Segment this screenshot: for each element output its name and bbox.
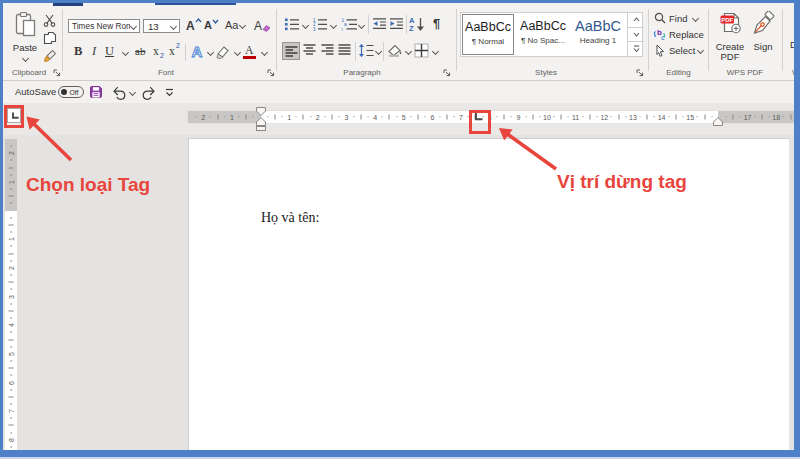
styles-dialog-launcher[interactable] [636, 69, 644, 77]
numbering-dropdown-icon[interactable] [330, 22, 337, 29]
right-indent-marker[interactable] [713, 117, 723, 126]
copy-button[interactable] [43, 31, 58, 45]
grow-font-button[interactable]: A [186, 17, 202, 33]
style-item-heading1[interactable]: AaBbC Heading 1 [572, 14, 624, 55]
styles-scroll-down[interactable] [628, 28, 644, 42]
vruler-mark [10, 189, 12, 190]
style-item-normal[interactable]: AaBbCc ¶ Normal [462, 14, 514, 55]
borders-button[interactable] [414, 43, 430, 59]
superscript-button[interactable]: x 2 [169, 44, 182, 60]
vruler-mark [10, 174, 12, 175]
font-name-combo[interactable]: Times New Roma [68, 19, 140, 33]
font-size-value: 13 [144, 21, 159, 32]
justify-button[interactable] [338, 44, 353, 58]
sign-button[interactable]: Sign [749, 9, 777, 63]
subscript-button[interactable]: x 2 [153, 44, 166, 60]
font-color-dropdown-icon[interactable] [261, 49, 268, 56]
sort-button[interactable]: A Z [409, 16, 426, 33]
shading-button[interactable] [387, 43, 403, 59]
multilevel-list-button[interactable]: 1 a i [341, 17, 358, 32]
group-styles: AaBbCc ¶ Normal AaBbCc ¶ No Spac... AaBb… [457, 3, 648, 80]
hruler-mark: 11 [572, 113, 579, 120]
text-effects-button[interactable]: A [189, 43, 206, 60]
styles-more-button[interactable] [628, 42, 644, 55]
decrease-indent-button[interactable] [372, 17, 387, 32]
align-left-icon [285, 46, 298, 58]
create-pdf-label-line2: PDF [715, 52, 745, 62]
document-page[interactable] [188, 138, 789, 456]
customize-qat-icon[interactable] [165, 88, 174, 97]
vruler-mark: 3 [8, 295, 15, 299]
shading-dropdown-icon[interactable] [405, 48, 412, 55]
first-line-indent-marker[interactable] [256, 107, 266, 116]
borders-icon [414, 43, 429, 58]
vruler-mark [9, 253, 14, 254]
copy-icon [43, 31, 57, 44]
font-dialog-launcher[interactable] [267, 69, 275, 77]
paste-button[interactable]: Paste [9, 9, 41, 61]
hruler-mark: 3 [344, 113, 348, 120]
borders-dropdown-icon[interactable] [432, 48, 439, 55]
vruler-mark [10, 318, 12, 319]
cut-button[interactable] [43, 14, 58, 28]
format-painter-button[interactable] [43, 49, 58, 63]
change-case-button[interactable]: Aa [225, 17, 247, 33]
hruler-mark [554, 116, 555, 118]
horizontal-ruler[interactable]: 211234567891011121314151718 [188, 111, 794, 123]
hruler-mark [418, 114, 419, 119]
line-spacing-button[interactable] [358, 43, 374, 59]
shrink-font-button[interactable]: A [204, 17, 220, 33]
align-right-icon [321, 44, 334, 56]
style-item-no-spacing[interactable]: AaBbCc ¶ No Spac... [517, 14, 569, 55]
font-size-combo[interactable]: 13 [143, 19, 180, 33]
sign-icon [752, 11, 775, 37]
paste-icon [14, 11, 37, 38]
bullets-button[interactable] [284, 17, 300, 32]
multilevel-list-dropdown-icon[interactable] [358, 22, 365, 29]
create-pdf-button[interactable]: PDF Create PDF [715, 9, 745, 63]
align-left-button[interactable] [282, 42, 300, 60]
hruler-mark: 1 [287, 113, 291, 120]
replace-button[interactable]: b c Replace [653, 28, 705, 41]
body-text[interactable]: Họ và tên: [261, 210, 319, 225]
underline-dropdown-icon[interactable] [122, 49, 129, 56]
numbering-button[interactable]: 1 2 3 [312, 17, 328, 32]
font-color-button[interactable]: A [243, 44, 258, 60]
vruler-mark [9, 396, 14, 397]
align-right-button[interactable] [321, 44, 336, 58]
bold-button[interactable]: B [74, 44, 82, 59]
styles-scroll-up[interactable] [628, 13, 644, 28]
text-effects-dropdown-icon[interactable] [207, 49, 214, 56]
find-button[interactable]: Find [653, 12, 705, 25]
save-icon[interactable] [89, 85, 103, 99]
hruler-mark: 15 [686, 113, 694, 120]
select-button[interactable]: Select [653, 44, 705, 57]
undo-dropdown-icon[interactable] [129, 89, 136, 96]
autosave-toggle[interactable]: Off [58, 86, 84, 98]
bullets-dropdown-icon[interactable] [302, 22, 309, 29]
highlight-button[interactable] [215, 44, 231, 60]
hruler-mark [396, 116, 397, 118]
undo-icon[interactable] [112, 86, 127, 100]
highlight-dropdown-icon[interactable] [234, 49, 241, 56]
show-hide-pilcrow-button[interactable]: ¶ [433, 16, 440, 31]
paragraph-dialog-launcher[interactable] [443, 69, 451, 77]
vruler-mark [9, 282, 14, 283]
align-center-button[interactable] [303, 44, 318, 58]
increase-indent-button[interactable] [389, 17, 404, 32]
styles-more-icon [633, 45, 640, 53]
hruler-mark [740, 116, 741, 118]
clear-formatting-button[interactable]: A [254, 17, 271, 33]
line-spacing-dropdown-icon[interactable] [375, 48, 382, 55]
vruler-mark [10, 217, 12, 218]
clipboard-dialog-launcher[interactable] [53, 69, 61, 77]
hanging-indent-marker[interactable] [256, 117, 266, 131]
vruler-mark [10, 275, 12, 276]
hruler-mark [310, 116, 311, 118]
hruler-mark [217, 114, 218, 119]
redo-icon[interactable] [141, 86, 156, 100]
strikethrough-button[interactable]: ab [135, 45, 145, 57]
underline-button[interactable]: U [105, 44, 114, 59]
vertical-ruler[interactable]: 2112345678 [5, 139, 17, 456]
italic-button[interactable]: I [92, 44, 96, 59]
